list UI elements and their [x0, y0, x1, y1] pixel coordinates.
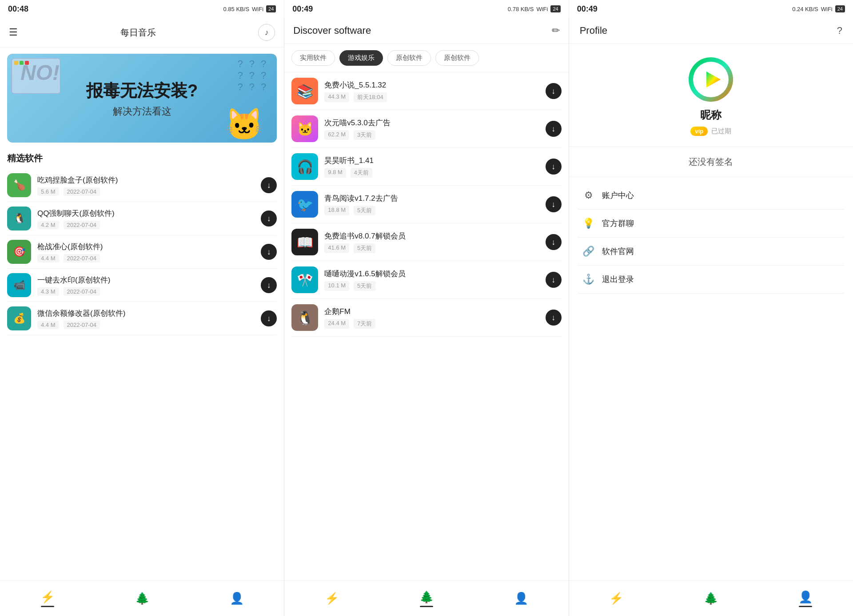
- soft-date-2: 4天前: [351, 168, 372, 178]
- app-name-4: 微信余额修改器(原创软件): [37, 308, 255, 318]
- soft-meta-0: 44.3 M 前天18:04: [324, 92, 539, 102]
- banner-sub: 解决方法看这: [7, 105, 277, 118]
- nav-profile-2[interactable]: 👤: [514, 592, 528, 605]
- section-title: 精选软件: [0, 149, 284, 169]
- group-icon: 💡: [582, 218, 595, 229]
- soft-info-0: 免费小说_5.5.1.32 44.3 M 前天18:04: [324, 80, 539, 102]
- cat-tab-3[interactable]: 原创软件: [435, 50, 479, 66]
- account-icon: ⚙: [582, 190, 595, 201]
- app-info-3: 一键去水印(原创软件) 4.3 M 2022-07-04: [37, 275, 255, 296]
- no-signature-section: 还没有签名: [569, 147, 853, 177]
- vip-badge: vip 已过期: [690, 127, 731, 136]
- soft-download-2[interactable]: [546, 159, 562, 175]
- app-info-1: QQ强制聊天(原创软件) 4.2 M 2022-07-04: [37, 208, 255, 229]
- menu-item-0[interactable]: ⚙ 账户中心: [578, 182, 844, 210]
- soft-date-6: 7天前: [354, 319, 375, 329]
- discover-header: Discover software ✏: [284, 18, 568, 44]
- app-icon-4: 💰: [7, 306, 31, 330]
- help-icon[interactable]: ?: [837, 25, 842, 36]
- soft-icon-0: 📚: [291, 78, 318, 104]
- menu-label-3: 退出登录: [602, 274, 634, 285]
- download-btn-2[interactable]: [261, 244, 277, 260]
- panel-profile: Profile ? 昵称: [569, 18, 853, 616]
- banner[interactable]: NO! ? ? ?? ? ?? ? ? 🐱 报毒无法安装? 解决方法看这: [7, 54, 277, 143]
- battery-3: 24: [835, 5, 845, 12]
- app-icon-1: 🐧: [7, 207, 31, 231]
- app-name-0: 吃鸡捏脸盒子(原创软件): [37, 175, 255, 185]
- soft-download-6[interactable]: [546, 310, 562, 326]
- nav-flash-1[interactable]: ⚡: [40, 590, 55, 607]
- soft-meta-2: 9.8 M 4天前: [324, 168, 539, 178]
- menu-item-2[interactable]: 🔗 软件官网: [578, 238, 844, 266]
- cat-tab-1[interactable]: 游戏娱乐: [339, 50, 383, 66]
- nav-tree-1[interactable]: 🌲: [135, 592, 149, 605]
- soft-info-3: 青鸟阅读v1.7.2去广告 18.8 M 5天前: [324, 193, 539, 215]
- cat-tab-2[interactable]: 原创软件: [387, 50, 431, 66]
- list-item: 🍗 吃鸡捏脸盒子(原创软件) 5.6 M 2022-07-04: [7, 169, 277, 202]
- app-size-3: 4.3 M: [37, 287, 59, 296]
- menu-label-1: 官方群聊: [602, 218, 634, 229]
- list-item: 📚 免费小说_5.5.1.32 44.3 M 前天18:04: [291, 72, 561, 110]
- nav-profile-1[interactable]: 👤: [230, 592, 244, 605]
- app-date-4: 2022-07-04: [64, 321, 100, 329]
- soft-download-5[interactable]: [546, 272, 562, 288]
- download-btn-0[interactable]: [261, 177, 277, 193]
- download-btn-4[interactable]: [261, 310, 277, 326]
- soft-download-0[interactable]: [546, 83, 562, 99]
- nav-tree-3[interactable]: 🌲: [704, 592, 718, 605]
- soft-size-2: 9.8 M: [324, 168, 346, 178]
- speed-1: 0.85 KB/S: [223, 6, 250, 12]
- nav-flash-3[interactable]: ⚡: [609, 592, 623, 605]
- soft-size-6: 24.4 M: [324, 319, 349, 329]
- app-meta-3: 4.3 M 2022-07-04: [37, 287, 255, 296]
- app-icon-2: 🎯: [7, 240, 31, 264]
- edit-icon[interactable]: ✏: [552, 25, 560, 36]
- status-panel-1: 00:48 0.85 KB/S WiFi 24: [0, 0, 284, 18]
- soft-icon-6: 🐧: [291, 304, 318, 331]
- download-btn-1[interactable]: [261, 211, 277, 227]
- soft-icon-5: 🎌: [291, 266, 318, 293]
- soft-download-1[interactable]: [546, 121, 562, 137]
- soft-icon-4: 📖: [291, 229, 318, 255]
- soft-meta-1: 62.2 M 3天前: [324, 130, 539, 140]
- panel-discover: Discover software ✏ 实用软件 游戏娱乐 原创软件 原创软件 …: [284, 18, 569, 616]
- app-meta-2: 4.4 M 2022-07-04: [37, 254, 255, 262]
- music-player-icon[interactable]: ♪: [258, 24, 275, 41]
- status-panel-3: 00:49 0.24 KB/S WiFi 24: [569, 0, 853, 18]
- status-icons-2: 0.78 KB/S WiFi 24: [508, 5, 561, 12]
- app-date-1: 2022-07-04: [64, 221, 100, 229]
- app-size-0: 5.6 M: [37, 187, 59, 196]
- software-list: 📚 免费小说_5.5.1.32 44.3 M 前天18:04 🐱 次元喵v5.3…: [284, 72, 568, 580]
- profile-user-section: 昵称 vip 已过期: [569, 44, 853, 147]
- soft-info-1: 次元喵v5.3.0去广告 62.2 M 3天前: [324, 118, 539, 140]
- list-item: 🐧 企鹅FM 24.4 M 7天前: [291, 299, 561, 337]
- nav-tree-2[interactable]: 🌲: [419, 590, 434, 607]
- logout-icon: ⚓: [582, 274, 595, 285]
- app-date-2: 2022-07-04: [64, 254, 100, 262]
- discover-title: Discover software: [293, 25, 371, 36]
- list-item: 💰 微信余额修改器(原创软件) 4.4 M 2022-07-04: [7, 302, 277, 335]
- wifi-icon-2: WiFi: [536, 6, 548, 12]
- hamburger-icon[interactable]: ☰: [9, 27, 18, 38]
- list-item: 📹 一键去水印(原创软件) 4.3 M 2022-07-04: [7, 269, 277, 302]
- main-panels: ☰ 每日音乐 ♪ NO! ? ? ?? ? ?? ? ? 🐱 报毒无法安装? 解…: [0, 18, 853, 616]
- soft-name-0: 免费小说_5.5.1.32: [324, 80, 539, 90]
- status-panel-2: 00:49 0.78 KB/S WiFi 24: [284, 0, 569, 18]
- no-signature-text: 还没有签名: [689, 157, 733, 167]
- soft-icon-2: 🎧: [291, 153, 318, 180]
- soft-meta-6: 24.4 M 7天前: [324, 319, 539, 329]
- menu-item-3[interactable]: ⚓ 退出登录: [578, 266, 844, 294]
- soft-download-3[interactable]: [546, 196, 562, 212]
- soft-name-3: 青鸟阅读v1.7.2去广告: [324, 193, 539, 203]
- soft-meta-3: 18.8 M 5天前: [324, 206, 539, 215]
- music-bottom-nav: ⚡ 🌲 👤: [0, 580, 284, 616]
- nav-profile-3[interactable]: 👤: [798, 590, 813, 607]
- soft-size-1: 62.2 M: [324, 130, 349, 140]
- menu-item-1[interactable]: 💡 官方群聊: [578, 210, 844, 238]
- user-avatar[interactable]: [689, 57, 733, 102]
- download-btn-3[interactable]: [261, 277, 277, 293]
- soft-download-4[interactable]: [546, 234, 562, 250]
- cat-tab-0[interactable]: 实用软件: [291, 50, 335, 66]
- speed-3: 0.24 KB/S: [792, 6, 818, 12]
- nav-flash-2[interactable]: ⚡: [325, 592, 339, 605]
